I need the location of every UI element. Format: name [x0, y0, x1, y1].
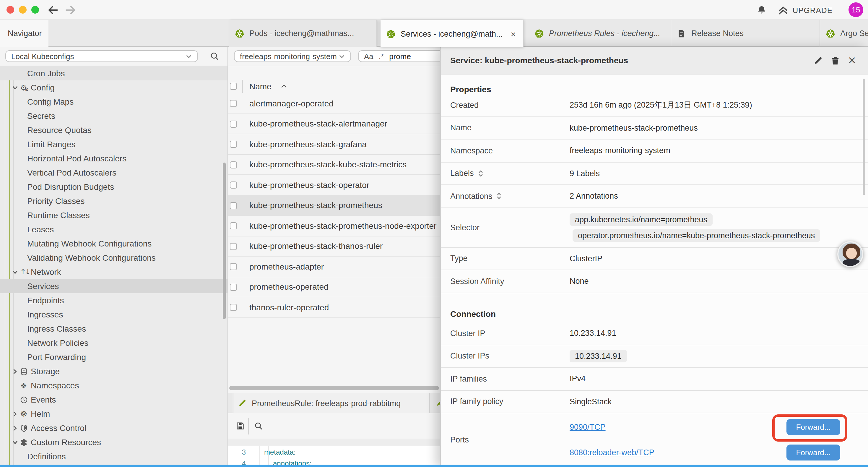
close-icon[interactable]: ✕: [848, 54, 857, 66]
editor-tab[interactable]: PrometheusRule: freeleaps-prod-rabbitmq: [233, 393, 430, 413]
sidebar-item[interactable]: Custom Resources: [0, 435, 227, 449]
sidebar-item[interactable]: Definitions: [0, 449, 227, 463]
app-tab[interactable]: Argo Se: [820, 20, 868, 47]
port-link[interactable]: 9090/TCP: [569, 422, 606, 431]
upgrade-button[interactable]: UPGRADE: [778, 0, 833, 20]
sidebar-item[interactable]: Endpoints: [0, 293, 227, 308]
notifications-bell-icon[interactable]: [757, 5, 766, 15]
table-row[interactable]: kube-prometheus-stack-prometheus: [228, 195, 440, 216]
chevron-icon[interactable]: [12, 439, 20, 445]
app-tab[interactable]: Prometheus Rules - icecheng...: [529, 20, 671, 47]
sidebar-item[interactable]: ⚙⚙ Config: [0, 80, 227, 95]
sidebar-item[interactable]: Mutating Webhook Configurations: [0, 236, 227, 251]
window-zoom-button[interactable]: [31, 6, 39, 13]
sidebar-scrollbar[interactable]: [223, 163, 226, 319]
table-row[interactable]: kube-prometheus-stack-operator: [228, 175, 440, 195]
row-checkbox[interactable]: [230, 202, 237, 209]
editor-line[interactable]: 3 metadata:: [228, 446, 440, 458]
sidebar-item[interactable]: Events: [0, 392, 227, 407]
sidebar-item[interactable]: Validating Webhook Configurations: [0, 251, 227, 265]
app-tab[interactable]: Release Notes: [671, 20, 820, 47]
yaml-editor[interactable]: 3 metadata: 4 annotations: 5 kubectl.kub…: [228, 446, 440, 467]
table-row[interactable]: thanos-ruler-operated: [228, 297, 440, 318]
sidebar-item[interactable]: ☸ Helm: [0, 407, 227, 421]
sidebar-item[interactable]: Resource Quotas: [0, 123, 227, 137]
chevron-icon[interactable]: [12, 84, 20, 91]
select-all-checkbox[interactable]: [230, 83, 237, 90]
table-row[interactable]: kube-prometheus-stack-thanos-ruler: [228, 236, 440, 257]
sidebar-item[interactable]: Cron Jobs: [0, 66, 227, 80]
row-checkbox[interactable]: [230, 161, 237, 168]
sidebar-item[interactable]: Limit Ranges: [0, 137, 227, 151]
sidebar-item[interactable]: Access Control: [0, 421, 227, 435]
editor-search-icon[interactable]: [254, 421, 263, 430]
row-checkbox[interactable]: [230, 243, 237, 250]
edit-pencil-icon[interactable]: [814, 56, 823, 65]
row-checkbox[interactable]: [230, 141, 237, 148]
forward-button[interactable]: Forward...: [786, 419, 840, 435]
sidebar-item[interactable]: Leases: [0, 222, 227, 236]
port-link[interactable]: 8080:reloader-web/TCP: [569, 448, 654, 457]
sidebar-item[interactable]: Ingresses: [0, 308, 227, 322]
table-row[interactable]: prometheus-operated: [228, 277, 440, 297]
tab-close-icon[interactable]: ×: [509, 29, 517, 39]
table-row[interactable]: kube-prometheus-stack-prometheus-node-ex…: [228, 216, 440, 236]
row-checkbox[interactable]: [230, 222, 237, 229]
kubeconfig-select[interactable]: Local Kubeconfigs: [5, 50, 198, 62]
row-checkbox[interactable]: [230, 100, 237, 107]
edit-pencil-icon[interactable]: [436, 399, 440, 407]
notification-count-badge[interactable]: 15: [848, 2, 863, 17]
app-tab[interactable]: Services - icecheng@math... ×: [380, 20, 524, 47]
table-row[interactable]: kube-prometheus-stack-kube-state-metrics: [228, 154, 440, 175]
match-case-toggle[interactable]: Aa: [364, 52, 373, 61]
forward-arrow-icon[interactable]: [64, 5, 76, 15]
namespace-link[interactable]: freeleaps-monitoring-system: [569, 146, 670, 155]
chevron-icon[interactable]: [12, 411, 20, 417]
sidebar-item[interactable]: Vertical Pod Autoscalers: [0, 166, 227, 180]
search-icon[interactable]: [210, 52, 219, 61]
navigator-panel-tab[interactable]: Navigator: [0, 20, 49, 47]
sidebar-item[interactable]: Config Maps: [0, 95, 227, 109]
horizontal-scrollbar[interactable]: [229, 386, 439, 390]
row-checkbox[interactable]: [230, 120, 237, 127]
app-tab[interactable]: Pods - icecheng@mathmas...: [229, 20, 377, 47]
chevron-icon[interactable]: [12, 269, 20, 275]
name-column-header[interactable]: Name: [249, 82, 272, 91]
sidebar-item[interactable]: Network Policies: [0, 336, 227, 350]
sidebar-item[interactable]: Ingress Classes: [0, 322, 227, 336]
table-row[interactable]: kube-prometheus-stack-alertmanager: [228, 114, 440, 134]
chevron-icon[interactable]: [12, 425, 20, 431]
sidebar-item[interactable]: Runtime Classes: [0, 208, 227, 222]
row-checkbox[interactable]: [230, 263, 237, 270]
sidebar-item[interactable]: Storage: [0, 364, 227, 378]
save-icon[interactable]: [236, 421, 245, 430]
forward-button[interactable]: Forward...: [786, 444, 840, 460]
window-close-button[interactable]: [6, 6, 14, 13]
window-minimize-button[interactable]: [19, 6, 27, 13]
delete-trash-icon[interactable]: [831, 56, 840, 65]
sort-ascending-icon[interactable]: [281, 84, 287, 88]
table-row[interactable]: prometheus-adapter: [228, 257, 440, 277]
sidebar-item[interactable]: ❖ Namespaces: [0, 378, 227, 392]
detail-scrollbar[interactable]: [863, 79, 865, 195]
sidebar-item[interactable]: Port Forwarding: [0, 350, 227, 364]
row-checkbox[interactable]: [230, 284, 237, 291]
assistant-avatar[interactable]: [837, 241, 863, 267]
row-value[interactable]: 9 Labels: [569, 169, 600, 178]
row-value[interactable]: 2 Annotations: [569, 192, 618, 201]
table-row[interactable]: alertmanager-operated: [228, 93, 440, 114]
filter-search-input[interactable]: [389, 52, 425, 61]
row-checkbox[interactable]: [230, 181, 237, 188]
sidebar-item[interactable]: Horizontal Pod Autoscalers: [0, 151, 227, 166]
expand-sort-icon[interactable]: [478, 170, 483, 177]
back-arrow-icon[interactable]: [47, 5, 59, 15]
sidebar-item[interactable]: Secrets: [0, 109, 227, 123]
regex-toggle[interactable]: .*: [379, 52, 384, 61]
sidebar-item[interactable]: Priority Classes: [0, 194, 227, 208]
filter-search-box[interactable]: Aa .*: [358, 50, 440, 62]
sidebar-item[interactable]: ↑↓ Network: [0, 265, 227, 279]
sidebar-item[interactable]: Pod Disruption Budgets: [0, 180, 227, 194]
expand-sort-icon[interactable]: [497, 193, 502, 200]
row-checkbox[interactable]: [230, 304, 237, 311]
namespace-select[interactable]: freeleaps-monitoring-system: [234, 50, 351, 62]
